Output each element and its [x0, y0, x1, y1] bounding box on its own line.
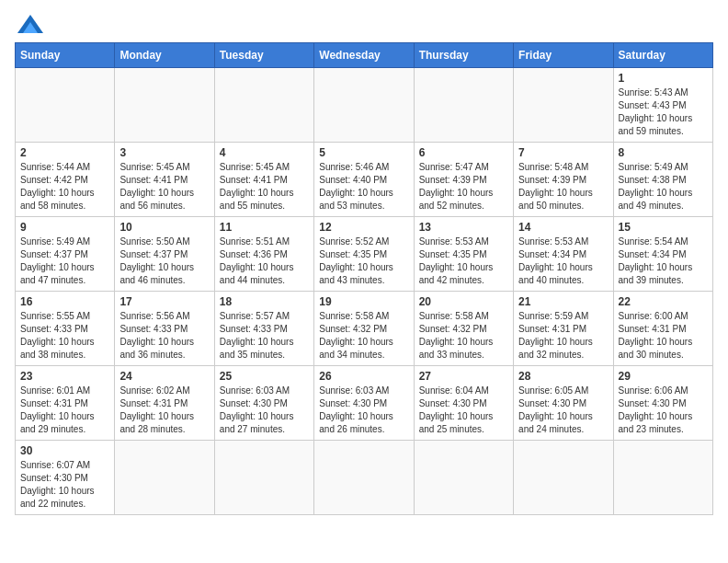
- day-info: Sunrise: 6:06 AMSunset: 4:30 PMDaylight:…: [619, 385, 708, 436]
- calendar-cell: 2Sunrise: 5:44 AMSunset: 4:42 PMDaylight…: [16, 143, 115, 217]
- calendar-cell: 14Sunrise: 5:53 AMSunset: 4:34 PMDayligh…: [514, 217, 613, 292]
- calendar-week-row: 9Sunrise: 5:49 AMSunset: 4:37 PMDaylight…: [16, 217, 713, 292]
- day-number: 14: [518, 221, 608, 234]
- day-number: 1: [619, 72, 708, 85]
- day-number: 26: [319, 370, 408, 383]
- day-number: 15: [619, 221, 708, 234]
- day-info: Sunrise: 5:50 AMSunset: 4:37 PMDaylight:…: [119, 236, 209, 287]
- calendar-header-friday: Friday: [514, 43, 613, 68]
- day-info: Sunrise: 5:43 AMSunset: 4:43 PMDaylight:…: [619, 86, 708, 138]
- day-number: 17: [119, 295, 209, 308]
- day-number: 23: [20, 370, 109, 383]
- day-number: 8: [619, 146, 708, 159]
- day-number: 5: [319, 146, 408, 159]
- calendar-cell: 21Sunrise: 5:59 AMSunset: 4:31 PMDayligh…: [514, 292, 613, 366]
- calendar-cell: [314, 441, 414, 515]
- day-info: Sunrise: 5:48 AMSunset: 4:39 PMDaylight:…: [518, 161, 608, 213]
- calendar-cell: [613, 441, 712, 515]
- day-info: Sunrise: 5:59 AMSunset: 4:31 PMDaylight:…: [518, 310, 608, 362]
- day-info: Sunrise: 6:01 AMSunset: 4:31 PMDaylight:…: [20, 385, 109, 436]
- day-info: Sunrise: 6:07 AMSunset: 4:30 PMDaylight:…: [20, 459, 109, 511]
- day-number: 28: [518, 370, 608, 383]
- day-info: Sunrise: 5:49 AMSunset: 4:37 PMDaylight:…: [20, 236, 109, 287]
- day-number: 13: [419, 221, 508, 234]
- calendar-header-sunday: Sunday: [16, 43, 115, 68]
- day-info: Sunrise: 6:03 AMSunset: 4:30 PMDaylight:…: [220, 385, 309, 436]
- calendar-cell: 29Sunrise: 6:06 AMSunset: 4:30 PMDayligh…: [613, 366, 712, 441]
- day-number: 3: [119, 146, 209, 159]
- day-number: 30: [20, 444, 109, 457]
- day-info: Sunrise: 5:46 AMSunset: 4:40 PMDaylight:…: [319, 161, 408, 213]
- calendar-cell: [16, 68, 115, 143]
- day-number: 11: [220, 221, 309, 234]
- day-info: Sunrise: 6:03 AMSunset: 4:30 PMDaylight:…: [319, 385, 408, 436]
- calendar-cell: 27Sunrise: 6:04 AMSunset: 4:30 PMDayligh…: [414, 366, 513, 441]
- day-number: 6: [419, 146, 508, 159]
- logo: [15, 15, 43, 33]
- day-number: 25: [220, 370, 309, 383]
- calendar-header-wednesday: Wednesday: [314, 43, 414, 68]
- calendar-week-row: 1Sunrise: 5:43 AMSunset: 4:43 PMDaylight…: [16, 68, 713, 143]
- logo-icon: [17, 15, 43, 33]
- calendar-cell: 25Sunrise: 6:03 AMSunset: 4:30 PMDayligh…: [214, 366, 313, 441]
- calendar-cell: 4Sunrise: 5:45 AMSunset: 4:41 PMDaylight…: [214, 143, 313, 217]
- calendar-week-row: 30Sunrise: 6:07 AMSunset: 4:30 PMDayligh…: [16, 441, 713, 515]
- calendar-cell: 1Sunrise: 5:43 AMSunset: 4:43 PMDaylight…: [613, 68, 712, 143]
- day-info: Sunrise: 6:05 AMSunset: 4:30 PMDaylight:…: [518, 385, 608, 436]
- calendar-cell: 16Sunrise: 5:55 AMSunset: 4:33 PMDayligh…: [16, 292, 115, 366]
- calendar-cell: 11Sunrise: 5:51 AMSunset: 4:36 PMDayligh…: [214, 217, 313, 292]
- calendar-cell: 17Sunrise: 5:56 AMSunset: 4:33 PMDayligh…: [115, 292, 214, 366]
- day-info: Sunrise: 5:51 AMSunset: 4:36 PMDaylight:…: [220, 236, 309, 287]
- day-number: 16: [20, 295, 109, 308]
- day-info: Sunrise: 5:58 AMSunset: 4:32 PMDaylight:…: [419, 310, 508, 362]
- calendar-cell: 6Sunrise: 5:47 AMSunset: 4:39 PMDaylight…: [414, 143, 513, 217]
- calendar-cell: 23Sunrise: 6:01 AMSunset: 4:31 PMDayligh…: [16, 366, 115, 441]
- calendar-cell: 30Sunrise: 6:07 AMSunset: 4:30 PMDayligh…: [16, 441, 115, 515]
- day-info: Sunrise: 5:52 AMSunset: 4:35 PMDaylight:…: [319, 236, 408, 287]
- day-number: 21: [518, 295, 608, 308]
- day-number: 22: [619, 295, 708, 308]
- day-number: 19: [319, 295, 408, 308]
- day-info: Sunrise: 5:53 AMSunset: 4:35 PMDaylight:…: [419, 236, 508, 287]
- calendar-header-saturday: Saturday: [613, 43, 712, 68]
- calendar-cell: 3Sunrise: 5:45 AMSunset: 4:41 PMDaylight…: [115, 143, 214, 217]
- calendar-week-row: 16Sunrise: 5:55 AMSunset: 4:33 PMDayligh…: [16, 292, 713, 366]
- calendar-cell: [414, 68, 513, 143]
- day-info: Sunrise: 5:55 AMSunset: 4:33 PMDaylight:…: [20, 310, 109, 362]
- calendar-week-row: 23Sunrise: 6:01 AMSunset: 4:31 PMDayligh…: [16, 366, 713, 441]
- calendar-cell: 24Sunrise: 6:02 AMSunset: 4:31 PMDayligh…: [115, 366, 214, 441]
- calendar-cell: [115, 68, 214, 143]
- calendar-cell: 10Sunrise: 5:50 AMSunset: 4:37 PMDayligh…: [115, 217, 214, 292]
- day-info: Sunrise: 5:49 AMSunset: 4:38 PMDaylight:…: [619, 161, 708, 213]
- day-info: Sunrise: 6:00 AMSunset: 4:31 PMDaylight:…: [619, 310, 708, 362]
- calendar-cell: 13Sunrise: 5:53 AMSunset: 4:35 PMDayligh…: [414, 217, 513, 292]
- calendar-cell: 7Sunrise: 5:48 AMSunset: 4:39 PMDaylight…: [514, 143, 613, 217]
- calendar-cell: [514, 68, 613, 143]
- calendar-cell: [115, 441, 214, 515]
- header: [15, 15, 713, 33]
- day-number: 29: [619, 370, 708, 383]
- day-number: 7: [518, 146, 608, 159]
- calendar-cell: 9Sunrise: 5:49 AMSunset: 4:37 PMDaylight…: [16, 217, 115, 292]
- calendar-cell: [414, 441, 513, 515]
- day-info: Sunrise: 5:56 AMSunset: 4:33 PMDaylight:…: [119, 310, 209, 362]
- day-info: Sunrise: 5:58 AMSunset: 4:32 PMDaylight:…: [319, 310, 408, 362]
- calendar-cell: 15Sunrise: 5:54 AMSunset: 4:34 PMDayligh…: [613, 217, 712, 292]
- day-number: 4: [220, 146, 309, 159]
- calendar-cell: [214, 68, 313, 143]
- day-number: 9: [20, 221, 109, 234]
- calendar-header-monday: Monday: [115, 43, 214, 68]
- calendar-cell: 12Sunrise: 5:52 AMSunset: 4:35 PMDayligh…: [314, 217, 414, 292]
- calendar-cell: 18Sunrise: 5:57 AMSunset: 4:33 PMDayligh…: [214, 292, 313, 366]
- day-info: Sunrise: 5:54 AMSunset: 4:34 PMDaylight:…: [619, 236, 708, 287]
- day-number: 24: [119, 370, 209, 383]
- calendar-cell: 28Sunrise: 6:05 AMSunset: 4:30 PMDayligh…: [514, 366, 613, 441]
- calendar-header-row: SundayMondayTuesdayWednesdayThursdayFrid…: [16, 43, 713, 68]
- day-number: 18: [220, 295, 309, 308]
- calendar-cell: 20Sunrise: 5:58 AMSunset: 4:32 PMDayligh…: [414, 292, 513, 366]
- day-number: 12: [319, 221, 408, 234]
- day-number: 10: [119, 221, 209, 234]
- calendar-cell: [314, 68, 414, 143]
- day-info: Sunrise: 5:57 AMSunset: 4:33 PMDaylight:…: [220, 310, 309, 362]
- day-info: Sunrise: 5:44 AMSunset: 4:42 PMDaylight:…: [20, 161, 109, 213]
